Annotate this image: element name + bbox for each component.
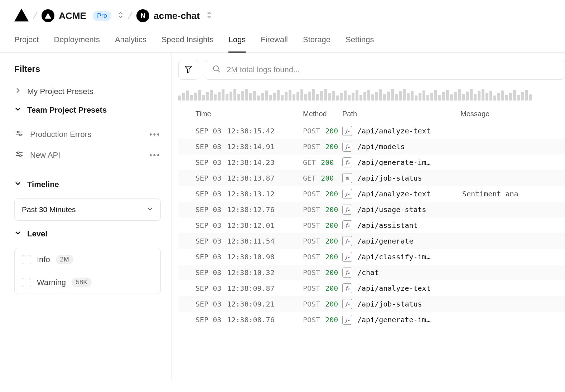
table-body: SEP 0312:38:15.42 POST200 ƒ▲/api/analyze… xyxy=(178,123,565,328)
chevron-right-icon xyxy=(14,87,21,96)
function-icon: ƒ▲ xyxy=(342,157,352,167)
tab-settings[interactable]: Settings xyxy=(346,35,374,53)
log-method: GET xyxy=(303,158,316,167)
preset-item[interactable]: New API ••• xyxy=(14,145,161,166)
level-count: 58K xyxy=(72,278,92,287)
table-row[interactable]: SEP 0312:38:08.76 POST200 ƒ▲/api/generat… xyxy=(178,312,565,328)
checkbox[interactable] xyxy=(22,278,31,287)
chevron-down-icon xyxy=(14,229,21,239)
tab-logs[interactable]: Logs xyxy=(228,35,246,53)
tab-firewall[interactable]: Firewall xyxy=(261,35,288,53)
level-toggle[interactable]: Level xyxy=(14,229,161,239)
log-method: POST xyxy=(303,284,320,293)
log-method: POST xyxy=(303,237,320,245)
sliders-icon xyxy=(15,150,24,161)
preset-item[interactable]: Production Errors ••• xyxy=(14,124,161,145)
log-time: SEP 0312:38:11.54 xyxy=(195,237,303,245)
log-path: ƒ▲/api/analyze-text xyxy=(342,283,460,293)
chevron-down-icon xyxy=(147,205,153,214)
log-status: 200 xyxy=(325,315,338,324)
table-row[interactable]: SEP 0312:38:10.98 POST200 ƒ▲/api/classif… xyxy=(178,249,565,265)
log-time: SEP 0312:38:14.23 xyxy=(195,158,303,167)
timeline-select[interactable]: Past 30 Minutes xyxy=(14,199,161,221)
function-icon: ƒ▲ xyxy=(342,189,352,199)
table-row[interactable]: SEP 0312:38:14.23 GET200 ƒ▲/api/generate… xyxy=(178,155,565,170)
chevron-updown-icon[interactable] xyxy=(206,11,212,20)
log-status: 200 xyxy=(325,190,338,198)
my-presets-label: My Project Presets xyxy=(27,87,93,96)
timeline-value: Past 30 Minutes xyxy=(22,205,76,214)
tab-storage[interactable]: Storage xyxy=(303,35,330,53)
project-name: acme-chat xyxy=(154,10,200,21)
log-method: POST xyxy=(303,300,320,308)
table-row[interactable]: SEP 0312:38:11.54 POST200 ƒ▲/api/generat… xyxy=(178,233,565,249)
log-time: SEP 0312:38:09.87 xyxy=(195,284,303,293)
project-switcher[interactable]: N acme-chat xyxy=(136,9,212,22)
log-status: 200 xyxy=(325,205,338,214)
table-row[interactable]: SEP 0312:38:12.76 POST200 ƒ▲/api/usage-s… xyxy=(178,202,565,217)
table-row[interactable]: SEP 0312:38:10.32 POST200 ƒ▲/chat xyxy=(178,265,565,280)
svg-point-1 xyxy=(18,131,19,133)
sliders-icon xyxy=(15,129,24,140)
log-path: ƒ▲/api/generate xyxy=(342,236,460,246)
vercel-logo-icon[interactable] xyxy=(14,9,29,23)
table-row[interactable]: SEP 0312:38:15.42 POST200 ƒ▲/api/analyze… xyxy=(178,123,565,139)
log-status: 200 xyxy=(325,221,338,230)
checkbox[interactable] xyxy=(22,255,31,264)
team-switcher[interactable]: ACME Pro xyxy=(42,9,124,22)
log-path: ƒ▲/api/generate-im… xyxy=(342,157,460,167)
tab-analytics[interactable]: Analytics xyxy=(115,35,146,53)
log-method: POST xyxy=(303,190,320,198)
function-icon: ƒ▲ xyxy=(342,315,352,325)
log-path: ƒ▲/api/analyze-text xyxy=(342,189,460,199)
project-nav: ProjectDeploymentsAnalyticsSpeed Insight… xyxy=(0,29,565,53)
log-status: 200 xyxy=(325,268,338,277)
tab-project[interactable]: Project xyxy=(14,35,39,53)
log-path: ƒ▲/api/usage-stats xyxy=(342,205,460,215)
log-path: ƒ▲/api/assistant xyxy=(342,220,460,230)
table-row[interactable]: SEP 0312:38:09.87 POST200 ƒ▲/api/analyze… xyxy=(178,280,565,296)
log-status: 200 xyxy=(325,127,338,135)
chevron-updown-icon[interactable] xyxy=(118,11,124,20)
tab-deployments[interactable]: Deployments xyxy=(54,35,100,53)
function-icon: ƒ▲ xyxy=(342,283,352,293)
function-icon: ƒ▲ xyxy=(342,268,352,278)
more-icon[interactable]: ••• xyxy=(149,151,161,160)
log-status: 200 xyxy=(325,300,338,308)
log-method: POST xyxy=(303,253,320,261)
breadcrumb-separator-icon: / xyxy=(127,9,133,22)
log-time: SEP 0312:38:13.12 xyxy=(195,190,303,198)
timeline-sparkline[interactable] xyxy=(178,88,565,101)
preset-label: New API xyxy=(30,151,60,160)
log-status: 200 xyxy=(325,284,338,293)
timeline-toggle[interactable]: Timeline xyxy=(14,180,161,189)
table-row[interactable]: SEP 0312:38:13.87 GET200 m/api/job-statu… xyxy=(178,170,565,186)
timeline-label: Timeline xyxy=(27,180,59,189)
tab-speed-insights[interactable]: Speed Insights xyxy=(161,35,214,53)
breadcrumb: / ACME Pro / N acme-chat xyxy=(0,0,565,29)
col-message: Message xyxy=(460,110,565,118)
log-status: 200 xyxy=(325,142,338,151)
filters-title: Filters xyxy=(14,64,161,74)
table-row[interactable]: SEP 0312:38:14.91 POST200 ƒ▲/api/models xyxy=(178,139,565,155)
log-time: SEP 0312:38:08.76 xyxy=(195,315,303,324)
plan-badge: Pro xyxy=(93,11,111,21)
my-presets-toggle[interactable]: My Project Presets xyxy=(14,87,161,96)
table-row[interactable]: SEP 0312:38:09.21 POST200 ƒ▲/api/job-sta… xyxy=(178,296,565,312)
log-status: 200 xyxy=(325,237,338,245)
level-option[interactable]: Warning 58K xyxy=(15,271,160,294)
team-presets-toggle[interactable]: Team Project Presets xyxy=(14,106,161,115)
level-name: Info xyxy=(37,255,50,264)
filter-button[interactable] xyxy=(178,60,198,80)
level-option[interactable]: Info 2M xyxy=(15,248,160,271)
col-method: Method xyxy=(303,110,342,118)
table-row[interactable]: SEP 0312:38:13.12 POST200 ƒ▲/api/analyze… xyxy=(178,186,565,202)
search-input[interactable] xyxy=(227,65,557,74)
function-icon: ƒ▲ xyxy=(342,236,352,246)
level-count: 2M xyxy=(56,255,73,264)
function-icon: ƒ▲ xyxy=(342,142,352,152)
search-box[interactable] xyxy=(205,60,565,80)
more-icon[interactable]: ••• xyxy=(149,130,161,139)
table-row[interactable]: SEP 0312:38:12.01 POST200 ƒ▲/api/assista… xyxy=(178,217,565,233)
search-icon xyxy=(212,65,221,75)
